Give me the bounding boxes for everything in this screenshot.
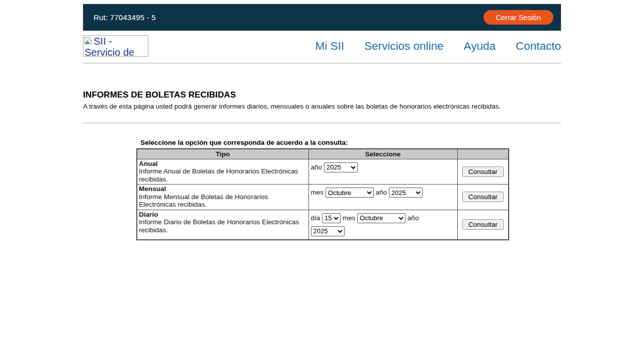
header-divider xyxy=(83,63,561,63)
nav-servicios-online[interactable]: Servicios online xyxy=(364,40,444,53)
mensual-year-select[interactable]: 2025 xyxy=(389,188,423,198)
mensual-year-label: año xyxy=(376,189,387,196)
consulta-section: Seleccione la opción que corresponda de … xyxy=(83,139,561,240)
nav-ayuda[interactable]: Ayuda xyxy=(464,40,496,53)
diario-year-select[interactable]: 2025 xyxy=(311,226,345,236)
page-container: Rut: 77043495 - 5 Cerrar Sesión SII - Se… xyxy=(83,4,561,240)
table-row-mensual: Mensual Informe Mensual de Boletas de Ho… xyxy=(137,185,509,210)
mensual-description: Informe Mensual de Boletas de Honorarios… xyxy=(139,193,268,209)
column-header-action xyxy=(457,149,509,159)
consulta-prompt: Seleccione la opción que corresponda de … xyxy=(140,139,561,146)
logout-button[interactable]: Cerrar Sesión xyxy=(484,10,553,25)
table-header-row: Tipo Seleccione xyxy=(137,149,509,159)
broken-image-icon xyxy=(85,36,93,47)
table-row-diario: Diario Informe Diario de Boletas de Hono… xyxy=(137,210,509,240)
rut-label: Rut: 77043495 - 5 xyxy=(83,13,156,22)
diario-month-select[interactable]: Octubre xyxy=(357,213,406,223)
anual-year-label: año xyxy=(311,163,323,171)
report-options-table: Tipo Seleccione Anual Informe Anual de B… xyxy=(136,148,509,240)
main-nav: Mi SII Servicios online Ayuda Contacto xyxy=(315,40,561,53)
mensual-month-select[interactable]: Octubre xyxy=(326,188,374,198)
diario-month-label: mes xyxy=(343,214,356,222)
diario-day-label: día xyxy=(311,214,320,222)
content-divider xyxy=(83,123,561,123)
diario-consultar-button[interactable]: Consultar xyxy=(462,219,504,230)
mensual-consultar-button[interactable]: Consultar xyxy=(462,192,504,202)
header-row: SII - Servicio de Mi SII Servicios onlin… xyxy=(83,31,561,57)
mensual-type-label: Mensual xyxy=(139,185,166,193)
mensual-select-cell: mes Octubre año 2025 xyxy=(308,185,457,210)
diario-type-label: Diario xyxy=(139,211,158,218)
diario-day-select[interactable]: 15 xyxy=(322,213,341,223)
anual-select-cell: año 2025 xyxy=(308,159,457,185)
column-header-seleccione: Seleccione xyxy=(308,149,457,159)
topbar: Rut: 77043495 - 5 Cerrar Sesión xyxy=(83,4,561,31)
anual-action-cell: Consultar xyxy=(457,159,509,185)
page-title: INFORMES DE BOLETAS RECIBIDAS xyxy=(83,90,561,100)
nav-contacto[interactable]: Contacto xyxy=(516,40,561,53)
table-row-anual: Anual Informe Anual de Boletas de Honora… xyxy=(137,159,509,185)
nav-mi-sii[interactable]: Mi SII xyxy=(315,40,344,53)
diario-action-cell: Consultar xyxy=(457,210,509,240)
anual-type-label: Anual xyxy=(139,160,158,167)
mensual-month-label: mes xyxy=(311,189,324,196)
mensual-action-cell: Consultar xyxy=(457,185,509,210)
column-header-tipo: Tipo xyxy=(137,149,308,159)
anual-year-select[interactable]: 2025 xyxy=(324,162,358,172)
page-description: A través de esta página usted podrá gene… xyxy=(83,103,561,110)
anual-consultar-button[interactable]: Consultar xyxy=(462,166,504,177)
diario-select-cell: día 15 mes Octubre año 2025 xyxy=(308,210,457,240)
diario-year-label: año xyxy=(408,214,419,222)
diario-tipo-cell: Diario Informe Diario de Boletas de Hono… xyxy=(137,210,308,240)
anual-description: Informe Anual de Boletas de Honorarios E… xyxy=(139,167,298,183)
sii-logo-broken-image[interactable]: SII - Servicio de xyxy=(83,35,148,57)
anual-tipo-cell: Anual Informe Anual de Boletas de Honora… xyxy=(137,159,308,185)
diario-description: Informe Diario de Boletas de Honorarios … xyxy=(139,218,299,234)
mensual-tipo-cell: Mensual Informe Mensual de Boletas de Ho… xyxy=(137,185,308,210)
